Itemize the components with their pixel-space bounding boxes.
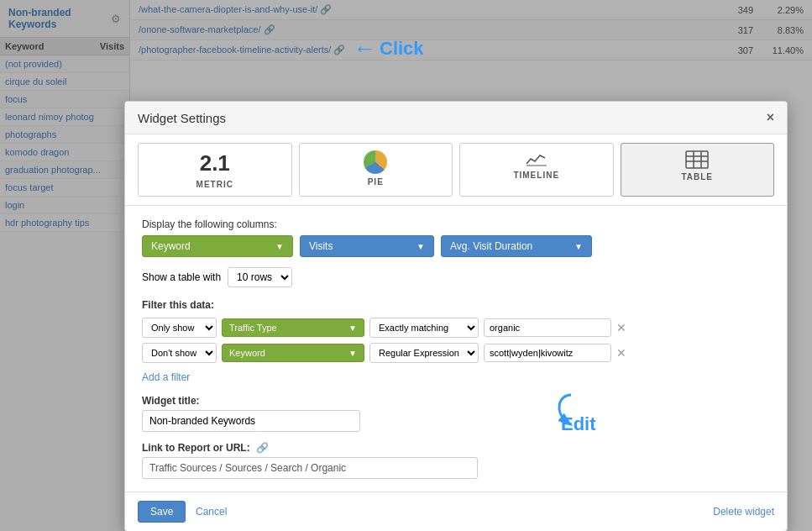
filter2-clear-button[interactable]: ✕ — [616, 346, 626, 360]
chevron-down-icon: ▼ — [275, 242, 284, 251]
widget-title-section: Widget title: — [142, 395, 770, 432]
filter2-value-input[interactable] — [484, 344, 611, 362]
table-label: TABLE — [681, 172, 713, 181]
chevron-down-icon: ▼ — [416, 242, 425, 251]
close-button[interactable]: × — [767, 110, 774, 125]
modal-footer: Save Cancel Delete widget — [125, 492, 787, 531]
cancel-button[interactable]: Cancel — [196, 506, 227, 518]
add-filter-link[interactable]: Add a filter — [142, 371, 190, 383]
timeline-icon — [525, 150, 548, 167]
modal-title: Widget Settings — [138, 111, 226, 125]
table-rows-row: Show a table with 10 rows 5 rows 25 rows… — [142, 267, 770, 287]
save-button[interactable]: Save — [138, 501, 186, 523]
edit-label: Edit — [561, 413, 596, 435]
footer-left: Save Cancel — [138, 501, 227, 523]
filter-row-2: Don't show Only show Keyword ▼ Regular E… — [142, 343, 770, 363]
metric-label: METRIC — [196, 180, 233, 189]
chart-option-metric[interactable]: 2.1 METRIC — [138, 143, 292, 197]
filter2-dimension-dropdown[interactable]: Keyword ▼ — [222, 344, 364, 362]
edit-annotation: Edit — [546, 386, 596, 431]
rows-select[interactable]: 10 rows 5 rows 25 rows 50 rows — [228, 267, 292, 287]
filter2-match-select[interactable]: Regular Expression Exactly matching Cont… — [369, 343, 479, 363]
chevron-down-icon: ▼ — [348, 349, 357, 358]
filter2-show-select[interactable]: Don't show Only show — [142, 343, 217, 363]
filter-row-1: Only show Don't show Traffic Type ▼ Exac… — [142, 318, 770, 338]
chart-option-pie[interactable]: PIE — [299, 143, 453, 197]
chart-option-table[interactable]: TABLE — [621, 143, 775, 197]
keyword-dropdown[interactable]: Keyword ▼ — [142, 235, 293, 257]
pie-label: PIE — [368, 177, 384, 187]
modal-widget-settings: Widget Settings × 2.1 METRIC PIE TIMELIN… — [124, 101, 788, 531]
filter1-value-input[interactable] — [484, 318, 611, 337]
modal-body: Display the following columns: Keyword ▼… — [125, 206, 787, 492]
visits-dropdown[interactable]: Visits ▼ — [300, 235, 434, 257]
timeline-label: TIMELINE — [513, 171, 559, 180]
filter1-match-select[interactable]: Exactly matching Containing Regular Expr… — [369, 318, 479, 338]
link-icon: 🔗 — [256, 442, 269, 454]
show-table-label: Show a table with — [142, 271, 221, 283]
delete-widget-button[interactable]: Delete widget — [713, 506, 774, 518]
link-section: Link to Report or URL: 🔗 — [142, 442, 770, 479]
chevron-down-icon: ▼ — [574, 242, 583, 251]
click-annotation: ← Click — [353, 35, 424, 62]
filter1-clear-button[interactable]: ✕ — [616, 321, 626, 334]
link-label: Link to Report or URL: 🔗 — [142, 442, 770, 454]
metric-value: 2.1 — [200, 150, 230, 176]
table-chart-icon — [685, 150, 709, 169]
avg-visit-dropdown[interactable]: Avg. Visit Duration ▼ — [441, 235, 592, 257]
left-arrow-icon: ← — [353, 35, 376, 62]
link-input[interactable] — [142, 457, 478, 479]
filter1-dimension-dropdown[interactable]: Traffic Type ▼ — [222, 318, 364, 337]
widget-title-label: Widget title: — [142, 395, 770, 407]
click-label: Click — [380, 38, 424, 60]
modal-header: Widget Settings × — [125, 102, 787, 134]
chart-option-timeline[interactable]: TIMELINE — [459, 143, 614, 197]
filter-section-label: Filter this data: — [142, 299, 770, 311]
pie-chart-icon — [364, 150, 387, 174]
columns-section-label: Display the following columns: — [142, 218, 770, 230]
svg-rect-1 — [686, 151, 708, 168]
columns-row: Keyword ▼ Visits ▼ Avg. Visit Duration ▼ — [142, 235, 770, 257]
chart-type-selector: 2.1 METRIC PIE TIMELINE — [125, 134, 787, 206]
widget-title-input[interactable] — [142, 410, 360, 432]
chevron-down-icon: ▼ — [348, 323, 357, 333]
filter1-show-select[interactable]: Only show Don't show — [142, 318, 217, 338]
